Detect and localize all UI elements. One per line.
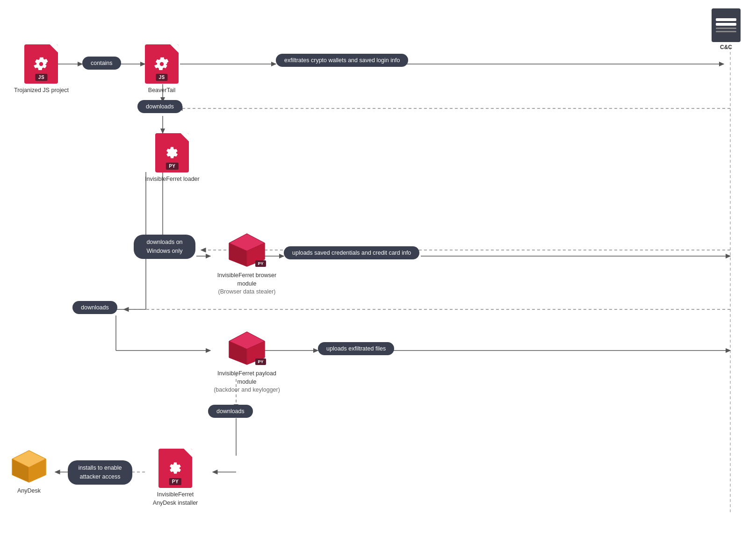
- anydesk-installer-gear: [168, 461, 182, 475]
- invisible-loader-icon: PY InvisibleFerret loader: [145, 133, 200, 184]
- trojanized-js-icon: JS Trojanized JS project: [14, 44, 69, 95]
- cc-server-label: C&C: [720, 44, 732, 50]
- invisible-browser-label: InvisibleFerret browser module(Browser d…: [209, 272, 284, 296]
- anydesk-installer-badge: PY: [169, 478, 181, 485]
- trojanized-label: Trojanized JS project: [14, 86, 69, 95]
- uploads-files-pill: uploads exfiltrated files: [318, 342, 394, 355]
- anydesk-label: AnyDesk: [17, 487, 41, 495]
- beavertail-icon: JS BeaverTail: [145, 44, 179, 95]
- payload-cube-badge: PY: [255, 358, 266, 365]
- downloads3-pill: downloads: [208, 405, 253, 418]
- beavertail-badge: JS: [156, 74, 167, 81]
- invisible-browser-icon: PY InvisibleFerret browser module(Browse…: [209, 231, 284, 296]
- beavertail-gear-icon: [154, 56, 170, 72]
- uploads-credentials-pill: uploads saved credentials and credit car…: [284, 246, 419, 259]
- exfiltrates-pill: exfiltrates crypto wallets and saved log…: [276, 54, 408, 67]
- browser-cube-badge: PY: [255, 260, 266, 267]
- gear-icon: [33, 56, 49, 72]
- invisible-payload-label: InvisibleFerret payload module(backdoor …: [209, 370, 284, 394]
- downloads1-pill: downloads: [137, 100, 182, 113]
- contains-pill: contains: [82, 57, 121, 70]
- server-line-2: [716, 23, 736, 26]
- server-line-4: [716, 31, 736, 32]
- invisible-payload-icon: PY InvisibleFerret payload module(backdo…: [209, 329, 284, 394]
- invisible-anydesk-label: InvisibleFerret AnyDesk installer: [145, 491, 206, 507]
- downloads2-pill: downloads: [72, 301, 117, 314]
- invisible-anydesk-icon: PY InvisibleFerret AnyDesk installer: [145, 449, 206, 507]
- anydesk-cube-icon: AnyDesk: [10, 449, 48, 495]
- cc-server-icon: C&C: [712, 8, 741, 50]
- anydesk-cube-svg: [10, 449, 48, 484]
- invisible-loader-label: InvisibleFerret loader: [145, 175, 200, 184]
- loader-badge: PY: [166, 163, 178, 170]
- downloads-windows-pill: downloads onWindows only: [134, 235, 195, 259]
- loader-gear-icon: [165, 146, 179, 160]
- diagram: { "title": "BeaverTail/InvisibleFerret A…: [0, 0, 756, 544]
- installs-pill: installs to enableattacker access: [68, 460, 132, 485]
- server-line-3: [716, 28, 736, 29]
- beavertail-label: BeaverTail: [148, 86, 175, 95]
- file-badge-js: JS: [36, 74, 47, 81]
- server-line-1: [716, 18, 736, 21]
